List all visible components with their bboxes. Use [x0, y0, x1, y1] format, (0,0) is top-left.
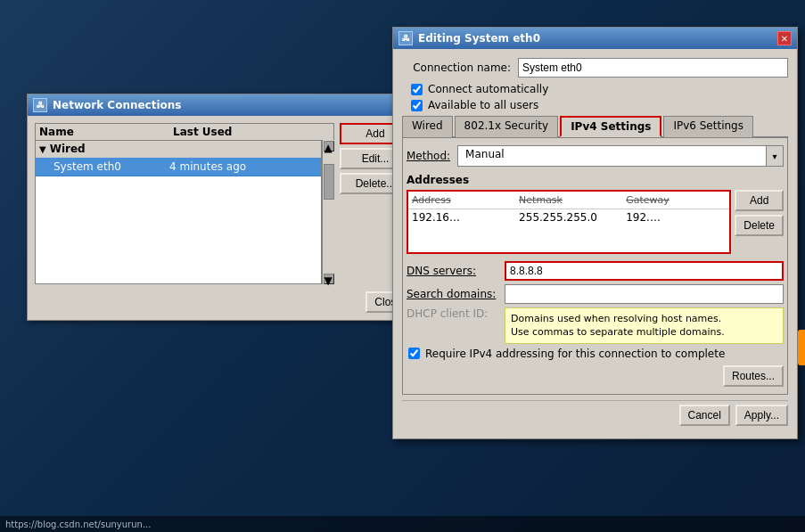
addresses-left: Address Netmask Gateway 192.16… 255.255.…	[407, 190, 731, 254]
addresses-section: Addresses Address Netmask Gateway 192.16…	[407, 174, 784, 254]
ipv4-tab-content: Method: Manual ▾ Addresses Address Netma…	[402, 138, 788, 395]
title-bar-left: 🖧 Network Connections	[33, 98, 182, 112]
edit-title-bar: 🖧 Editing System eth0 ✕	[393, 28, 797, 49]
available-all-row: Available to all users	[402, 99, 788, 111]
nc-scrollbar[interactable]: ▲ ▼	[322, 140, 334, 284]
status-text: https://blog.csdn.net/sunyurun...	[5, 520, 151, 529]
addr-col-netmask: Netmask	[515, 193, 622, 207]
connect-auto-row: Connect automatically	[402, 83, 788, 95]
available-all-label: Available to all users	[428, 99, 538, 111]
addresses-columns: Address Netmask Gateway 192.16… 255.255.…	[407, 190, 784, 254]
col-name-header: Name	[39, 126, 173, 138]
tabs-bar: Wired 802.1x Security IPv4 Settings IPv6…	[402, 115, 788, 138]
tab-8021x[interactable]: 802.1x Security	[455, 116, 559, 137]
wired-section: ▼ Wired	[36, 141, 321, 158]
edit-window-icon: 🖧	[398, 31, 413, 45]
expand-arrow-icon: ▼	[39, 144, 46, 154]
addr-empty-area	[408, 225, 729, 252]
addr-delete-button[interactable]: Delete	[735, 215, 784, 236]
nc-window-title: Network Connections	[53, 99, 182, 111]
nc-list-area: Name Last Used ▼ Wired System eth0 4 min…	[35, 123, 334, 284]
col-lastused-header: Last Used	[173, 126, 330, 138]
addr-data-row: 192.16… 255.255.255.0 192.…	[408, 209, 729, 225]
method-select-wrapper: Manual ▾	[457, 145, 784, 167]
scroll-down-btn[interactable]: ▼	[324, 274, 334, 284]
connect-auto-checkbox[interactable]	[411, 84, 423, 95]
routes-button[interactable]: Routes...	[723, 365, 784, 387]
nc-list-empty	[36, 176, 321, 283]
require-ipv4-row: Require IPv4 addressing for this connect…	[407, 348, 784, 360]
addresses-right-buttons: Add Delete	[735, 190, 784, 254]
nc-list: ▼ Wired System eth0 4 minutes ago	[35, 140, 322, 284]
addr-address-cell[interactable]: 192.16…	[408, 209, 515, 225]
routes-row: Routes...	[407, 365, 784, 387]
system-eth0-row[interactable]: System eth0 4 minutes ago	[36, 158, 321, 176]
wired-section-label: Wired	[50, 143, 86, 155]
nc-list-scroll-area: ▼ Wired System eth0 4 minutes ago ▲ ▼	[35, 140, 334, 284]
addr-add-button[interactable]: Add	[735, 190, 784, 211]
available-all-checkbox[interactable]	[411, 100, 423, 111]
dns-label: DNS servers:	[407, 265, 505, 277]
method-label: Method:	[407, 150, 450, 162]
addr-col-gateway: Gateway	[622, 193, 729, 207]
addresses-table: Address Netmask Gateway 192.16… 255.255.…	[407, 190, 731, 254]
eth0-name: System eth0	[53, 160, 169, 173]
tab-ipv6-settings[interactable]: IPv6 Settings	[663, 116, 753, 137]
edit-body: Connection name: Connect automatically A…	[393, 49, 797, 438]
connection-name-row: Connection name:	[402, 58, 788, 78]
nc-table-header: Name Last Used	[35, 123, 334, 140]
tab-ipv4-settings[interactable]: IPv4 Settings	[560, 116, 661, 137]
scroll-thumb[interactable]	[324, 164, 334, 200]
cancel-button[interactable]: Cancel	[679, 405, 730, 426]
dns-input[interactable]	[505, 261, 784, 281]
addr-col-address: Address	[408, 193, 515, 207]
nc-title-bar: 🖧 Network Connections ✕	[28, 94, 418, 116]
edit-window-title: Editing System eth0	[418, 32, 540, 45]
edit-title-left: 🖧 Editing System eth0	[398, 31, 540, 45]
search-domains-row: Search domains:	[407, 284, 784, 304]
tooltip-text: Domains used when resolving host names.U…	[511, 313, 725, 338]
edit-bottom-buttons: Cancel Apply...	[402, 400, 788, 430]
connection-name-label: Connection name:	[402, 61, 518, 74]
connection-name-input[interactable]	[518, 58, 788, 78]
dhcp-label: DHCP client ID:	[407, 307, 505, 320]
tooltip-box: Domains used when resolving host names.U…	[505, 307, 784, 344]
edit-close-button[interactable]: ✕	[777, 31, 792, 45]
require-ipv4-label: Require IPv4 addressing for this connect…	[425, 348, 725, 360]
status-bar: https://blog.csdn.net/sunyurun...	[0, 516, 805, 532]
connect-auto-label: Connect automatically	[428, 83, 548, 95]
method-select-box[interactable]: Manual	[457, 145, 766, 167]
require-ipv4-checkbox[interactable]	[408, 348, 420, 359]
method-select-arrow[interactable]: ▾	[766, 145, 784, 167]
tab-wired[interactable]: Wired	[402, 116, 453, 137]
nc-bottom-row: Close	[35, 291, 411, 313]
dhcp-row: DHCP client ID: Domains used when resolv…	[407, 307, 784, 344]
addresses-table-header: Address Netmask Gateway	[408, 192, 729, 209]
addr-gateway-cell[interactable]: 192.…	[622, 209, 729, 225]
method-row: Method: Manual ▾	[407, 145, 784, 167]
search-domains-input[interactable]	[505, 284, 784, 304]
nc-body: Name Last Used ▼ Wired System eth0 4 min…	[28, 116, 418, 320]
nc-table-container: Name Last Used ▼ Wired System eth0 4 min…	[35, 123, 411, 284]
nc-window-icon: 🖧	[33, 98, 47, 112]
orange-decoration	[798, 330, 805, 365]
dns-row: DNS servers:	[407, 261, 784, 281]
search-domains-label: Search domains:	[407, 288, 505, 300]
network-connections-window: 🖧 Network Connections ✕ Name Last Used ▼…	[27, 94, 419, 321]
eth0-last-used: 4 minutes ago	[169, 160, 246, 173]
edit-connection-window: 🖧 Editing System eth0 ✕ Connection name:…	[392, 27, 798, 439]
scroll-up-btn[interactable]: ▲	[324, 141, 334, 151]
addr-netmask-cell[interactable]: 255.255.255.0	[515, 209, 622, 225]
addresses-title: Addresses	[407, 174, 784, 186]
apply-button[interactable]: Apply...	[735, 405, 788, 426]
